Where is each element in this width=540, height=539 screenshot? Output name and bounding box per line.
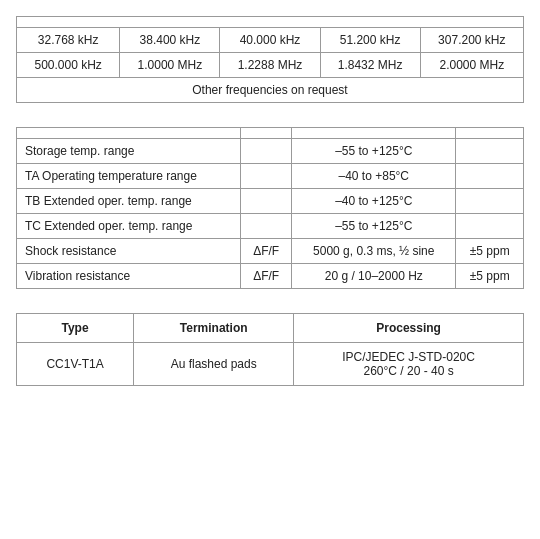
cond-col2: ΔF/F <box>241 239 292 264</box>
cond-col2 <box>241 164 292 189</box>
proc-header-cell: Processing <box>294 314 524 343</box>
cond-label: TB Extended oper. temp. range <box>17 189 241 214</box>
cond-header-col3 <box>292 128 456 139</box>
cond-conditions: 20 g / 10–2000 Hz <box>292 264 456 289</box>
cond-conditions: –40 to +125°C <box>292 189 456 214</box>
cond-header-col1 <box>17 128 241 139</box>
cond-max-dev <box>456 214 524 239</box>
cond-header-col2 <box>241 128 292 139</box>
cond-col2 <box>241 214 292 239</box>
freq-cell: 40.000 kHz <box>220 28 320 53</box>
cond-col2 <box>241 189 292 214</box>
cond-max-dev <box>456 164 524 189</box>
proc-header-cell: Termination <box>134 314 294 343</box>
cond-header-col4 <box>456 128 524 139</box>
proc-processing: IPC/JEDEC J-STD-020C 260°C / 20 - 40 s <box>294 343 524 386</box>
cond-col2 <box>241 139 292 164</box>
cond-label: TC Extended oper. temp. range <box>17 214 241 239</box>
cond-label: Storage temp. range <box>17 139 241 164</box>
freq-cell: 38.400 kHz <box>120 28 220 53</box>
cond-label: TA Operating temperature range <box>17 164 241 189</box>
freq-other: Other frequencies on request <box>17 78 524 103</box>
cond-conditions: –40 to +85°C <box>292 164 456 189</box>
freq-cell: 51.200 kHz <box>320 28 420 53</box>
freq-cell: 32.768 kHz <box>17 28 120 53</box>
cond-col2: ΔF/F <box>241 264 292 289</box>
cond-conditions: –55 to +125°C <box>292 214 456 239</box>
cond-max-dev <box>456 189 524 214</box>
conditions-table: Storage temp. range–55 to +125°CTA Opera… <box>16 127 524 289</box>
proc-header-cell: Type <box>17 314 134 343</box>
freq-cell: 1.2288 MHz <box>220 53 320 78</box>
freq-cell: 2.0000 MHz <box>420 53 523 78</box>
cond-label: Shock resistance <box>17 239 241 264</box>
cond-conditions: –55 to +125°C <box>292 139 456 164</box>
freq-cell: 1.8432 MHz <box>320 53 420 78</box>
freq-cell: 1.0000 MHz <box>120 53 220 78</box>
cond-max-dev <box>456 139 524 164</box>
frequencies-title <box>17 17 524 28</box>
cond-label: Vibration resistance <box>17 264 241 289</box>
proc-type: CC1V-T1A <box>17 343 134 386</box>
cond-max-dev: ±5 ppm <box>456 239 524 264</box>
freq-cell: 307.200 kHz <box>420 28 523 53</box>
freq-cell: 500.000 kHz <box>17 53 120 78</box>
frequencies-table: 32.768 kHz38.400 kHz40.000 kHz51.200 kHz… <box>16 16 524 103</box>
cond-conditions: 5000 g, 0.3 ms, ½ sine <box>292 239 456 264</box>
cond-max-dev: ±5 ppm <box>456 264 524 289</box>
processing-table: TypeTerminationProcessing CC1V-T1AAu fla… <box>16 313 524 386</box>
proc-termination: Au flashed pads <box>134 343 294 386</box>
